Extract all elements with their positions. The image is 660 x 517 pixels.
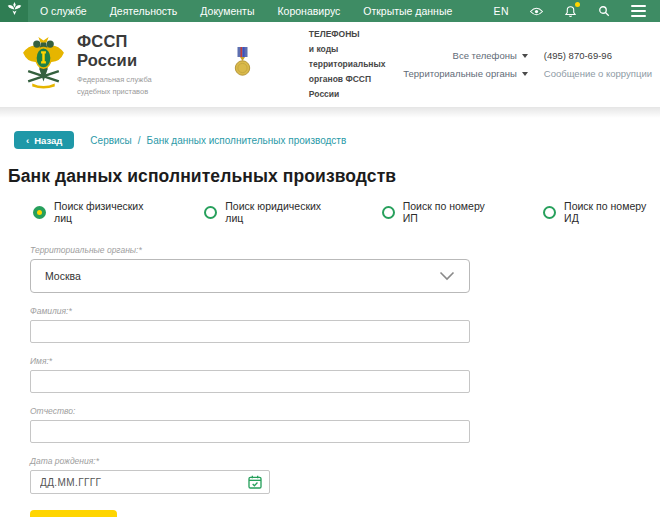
breadcrumb-current-link[interactable]: Банк данных исполнительных производств: [147, 135, 347, 146]
patronymic-label: Отчество:: [30, 406, 470, 416]
page-title: Банк данных исполнительных производств: [8, 166, 660, 187]
language-switch[interactable]: EN: [493, 5, 509, 17]
caret-down-icon: [522, 54, 528, 58]
birthdate-label: Дата рождения:*: [30, 456, 470, 466]
breadcrumb-services-link[interactable]: Сервисы: [90, 135, 131, 146]
birthdate-field[interactable]: [30, 470, 270, 494]
radio-search-legal-entities[interactable]: Поиск юридических лиц: [204, 200, 337, 224]
territorial-bodies-select[interactable]: Москва: [30, 259, 470, 293]
corruption-report-link[interactable]: Сообщение о коррупции: [544, 68, 652, 79]
nav-item-open-data[interactable]: Открытые данные: [363, 5, 452, 17]
org-subtitle: Федеральная служба судебных приставов: [77, 74, 186, 97]
radio-selected-icon: [33, 206, 46, 219]
breadcrumb-row: ‹ Назад Сервисы / Банк данных исполнител…: [0, 131, 660, 149]
header-divider: [0, 107, 660, 118]
nav-item-about[interactable]: О службе: [40, 5, 87, 17]
radio-unselected-icon: [204, 206, 217, 219]
radio-unselected-icon: [382, 206, 395, 219]
radio-search-by-ip-number[interactable]: Поиск по номеру ИП: [382, 200, 499, 224]
search-form: Территориальные органы:* Москва Фамилия:…: [30, 245, 470, 517]
patronymic-field[interactable]: [30, 420, 470, 443]
phones-block-title: ТЕЛЕФОНЫ и коды территориальных органов …: [309, 27, 403, 101]
accessibility-eye-icon[interactable]: [530, 7, 543, 16]
nav-item-activity[interactable]: Деятельность: [110, 5, 178, 17]
top-navbar: О службе Деятельность Документы Коронави…: [0, 0, 660, 22]
calendar-icon[interactable]: [247, 474, 263, 490]
lastname-field[interactable]: [30, 320, 470, 343]
caret-down-icon: [522, 72, 528, 76]
radio-search-individuals[interactable]: Поиск физических лиц: [33, 200, 160, 224]
org-name[interactable]: ФССП России: [77, 32, 186, 70]
notifications-bell-icon[interactable]: [564, 4, 577, 18]
search-icon[interactable]: [598, 5, 610, 17]
back-chevron-icon: ‹: [26, 135, 29, 146]
radio-search-by-id-number[interactable]: Поиск по номеру ИД: [543, 200, 660, 224]
navbar-emblem-tile[interactable]: [0, 0, 28, 22]
back-button[interactable]: ‹ Назад: [14, 131, 74, 149]
breadcrumb-separator: /: [138, 135, 141, 146]
radio-unselected-icon: [543, 206, 556, 219]
breadcrumb: Сервисы / Банк данных исполнительных про…: [90, 135, 346, 146]
all-phones-dropdown[interactable]: Все телефоны: [453, 50, 528, 61]
hamburger-menu-icon[interactable]: [631, 5, 646, 17]
notification-badge: [575, 2, 580, 7]
anniversary-medal-icon: [234, 44, 251, 86]
territorial-bodies-label: Территориальные органы:*: [30, 245, 470, 255]
nav-item-coronavirus[interactable]: Коронавирус: [277, 5, 340, 17]
phone-number: (495) 870-69-96: [544, 50, 652, 61]
nav-item-documents[interactable]: Документы: [200, 5, 254, 17]
lastname-label: Фамилия:*: [30, 306, 470, 316]
territorial-bodies-dropdown[interactable]: Территориальные органы: [403, 68, 528, 79]
fssp-emblem-icon: [7, 1, 22, 21]
selected-region: Москва: [45, 270, 81, 282]
main-nav: О службе Деятельность Документы Коронави…: [40, 0, 452, 22]
firstname-label: Имя:*: [30, 356, 470, 366]
chevron-down-icon: [439, 271, 455, 281]
search-submit-button[interactable]: НАЙТИ: [30, 510, 117, 517]
site-header: ФССП России Федеральная служба судебных …: [0, 22, 660, 107]
search-type-radios: Поиск физических лиц Поиск юридических л…: [33, 200, 660, 224]
fssp-coat-of-arms-logo: [20, 35, 67, 95]
firstname-field[interactable]: [30, 370, 470, 393]
